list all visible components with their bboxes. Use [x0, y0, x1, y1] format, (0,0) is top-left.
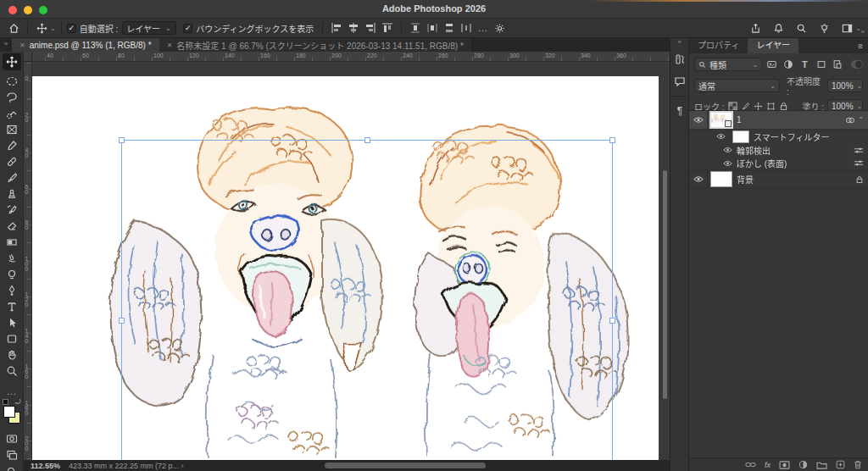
- new-group-icon[interactable]: [816, 461, 827, 469]
- lock-all-icon[interactable]: [779, 102, 788, 111]
- auto-select-checkbox[interactable]: ✓: [67, 24, 76, 33]
- layer-name[interactable]: 1: [737, 115, 742, 125]
- zoom-level-field[interactable]: 112.55%: [31, 462, 60, 470]
- layer-thumbnail[interactable]: [711, 172, 732, 186]
- move-tool-icon[interactable]: [33, 20, 50, 36]
- collapse-dock-icon[interactable]: »: [861, 28, 865, 36]
- distribute-top-icon[interactable]: [409, 22, 421, 34]
- document-canvas[interactable]: [32, 76, 659, 460]
- dodge-tool[interactable]: [3, 267, 21, 282]
- layer-row-background[interactable]: 背景: [689, 170, 868, 189]
- healing-brush-tool[interactable]: [3, 154, 21, 169]
- layer-style-icon[interactable]: fx: [765, 461, 771, 469]
- lock-position-icon[interactable]: [754, 102, 763, 111]
- opacity-field[interactable]: 100%⌄: [827, 79, 863, 92]
- type-tool[interactable]: [3, 299, 21, 314]
- blend-mode-select[interactable]: 通常⌄: [694, 79, 780, 92]
- discover-icon[interactable]: [819, 23, 830, 34]
- filter-row-blur-surface[interactable]: ぼかし (表面): [689, 157, 868, 170]
- clone-stamp-tool[interactable]: [3, 186, 21, 202]
- smart-filter-row[interactable]: スマートフィルター: [689, 130, 868, 143]
- visibility-eye-icon[interactable]: [689, 170, 708, 188]
- filter-blend-options-icon[interactable]: [854, 159, 864, 167]
- align-top-icon[interactable]: [381, 22, 393, 34]
- share-icon[interactable]: [750, 23, 761, 34]
- horizontal-scrollbar[interactable]: [325, 463, 486, 468]
- transform-bounding-box[interactable]: [121, 140, 613, 460]
- align-right-icon[interactable]: [364, 22, 376, 34]
- lock-artboard-icon[interactable]: [766, 102, 776, 111]
- smart-filter-icon[interactable]: [845, 116, 855, 125]
- filter-pixel-layers-icon[interactable]: [765, 58, 778, 71]
- more-options-button[interactable]: ...: [478, 24, 487, 33]
- filter-toggle[interactable]: [851, 60, 863, 69]
- add-mask-icon[interactable]: [779, 461, 790, 469]
- filter-type-layers-icon[interactable]: T: [798, 58, 811, 71]
- tab-untitled-1[interactable]: ✕ 名称未設定 1 @ 66.7% (スクリーンショット 2026-03-13 …: [159, 38, 471, 52]
- bell-icon[interactable]: [773, 23, 784, 34]
- history-brush-tool[interactable]: [3, 202, 21, 218]
- quick-selection-tool[interactable]: [3, 106, 21, 121]
- align-left-icon[interactable]: [331, 22, 342, 34]
- vertical-scrollbar[interactable]: [663, 170, 667, 399]
- brush-settings-icon[interactable]: [670, 48, 689, 70]
- close-tab-icon[interactable]: ✕: [19, 42, 25, 49]
- filter-blend-options-icon[interactable]: [854, 147, 864, 154]
- filter-mask-thumbnail[interactable]: [733, 131, 748, 142]
- filter-shape-layers-icon[interactable]: [815, 58, 827, 71]
- filter-adjustment-layers-icon[interactable]: [782, 58, 794, 71]
- move-options-caret[interactable]: ⌄: [50, 25, 56, 32]
- bounding-box-checkbox[interactable]: ✓: [183, 24, 192, 33]
- default-colors-icon[interactable]: [3, 399, 8, 405]
- visibility-eye-icon[interactable]: [718, 143, 737, 157]
- toolbar-collapse-icon[interactable]: »: [0, 38, 12, 52]
- delete-layer-icon[interactable]: [854, 460, 862, 469]
- shape-tool[interactable]: [3, 331, 21, 346]
- close-tab-icon[interactable]: ✕: [167, 42, 173, 49]
- swap-colors-icon[interactable]: ⤾: [15, 398, 21, 407]
- handle-middle-left[interactable]: [119, 318, 125, 324]
- foreground-color-swatch[interactable]: [3, 406, 15, 418]
- handle-top-right[interactable]: [609, 137, 615, 143]
- move-tool[interactable]: [3, 53, 21, 70]
- zoom-tool[interactable]: [3, 363, 21, 379]
- tab-anime-psd[interactable]: ✕ anime.psd @ 113% (1, RGB/8) *: [12, 38, 159, 52]
- eyedropper-tool[interactable]: [3, 138, 21, 153]
- ruler-origin[interactable]: [24, 52, 32, 62]
- home-icon[interactable]: [5, 20, 22, 36]
- auto-select-dropdown[interactable]: レイヤー⌄: [122, 21, 176, 35]
- handle-top-center[interactable]: [364, 137, 370, 143]
- edit-toolbar-button[interactable]: ...: [3, 384, 21, 399]
- visibility-eye-icon[interactable]: [718, 157, 737, 169]
- marquee-tool[interactable]: [3, 74, 21, 89]
- distribute-v-icon[interactable]: [443, 22, 455, 34]
- frame-tool[interactable]: [3, 122, 21, 137]
- eraser-tool[interactable]: [3, 219, 21, 234]
- lasso-tool[interactable]: [3, 90, 21, 105]
- adjustment-layer-icon[interactable]: [798, 460, 808, 469]
- layer-thumbnail[interactable]: [711, 113, 732, 127]
- filter-name[interactable]: 輪郭検出: [737, 144, 771, 157]
- distribute-spacing-icon[interactable]: [460, 22, 472, 34]
- filter-smart-objects-icon[interactable]: [831, 58, 843, 71]
- filter-name[interactable]: ぼかし (表面): [737, 157, 787, 169]
- gradient-tool[interactable]: [3, 235, 21, 250]
- panel-menu-icon[interactable]: ≡: [858, 42, 863, 51]
- horizontal-ruler[interactable]: 4060801001201401601802002202402602803003…: [32, 52, 670, 62]
- workspace-switcher[interactable]: ⌄: [842, 23, 861, 34]
- align-center-icon[interactable]: [348, 22, 359, 34]
- pen-tool[interactable]: [3, 283, 21, 298]
- search-icon[interactable]: [796, 23, 807, 34]
- capture-button[interactable]: [3, 463, 21, 471]
- brush-tool[interactable]: [3, 170, 21, 186]
- lock-paint-icon[interactable]: [741, 102, 750, 111]
- filter-row-edge-detect[interactable]: 輪郭検出: [689, 143, 868, 157]
- visibility-eye-icon[interactable]: [689, 111, 708, 129]
- layer-name[interactable]: 背景: [737, 173, 754, 186]
- screen-mode-button[interactable]: [3, 447, 21, 463]
- handle-middle-right[interactable]: [609, 318, 615, 324]
- visibility-eye-icon[interactable]: [711, 130, 730, 143]
- distribute-h-icon[interactable]: [426, 22, 438, 34]
- link-layers-icon[interactable]: [745, 461, 756, 468]
- quick-mask-button[interactable]: [3, 431, 21, 446]
